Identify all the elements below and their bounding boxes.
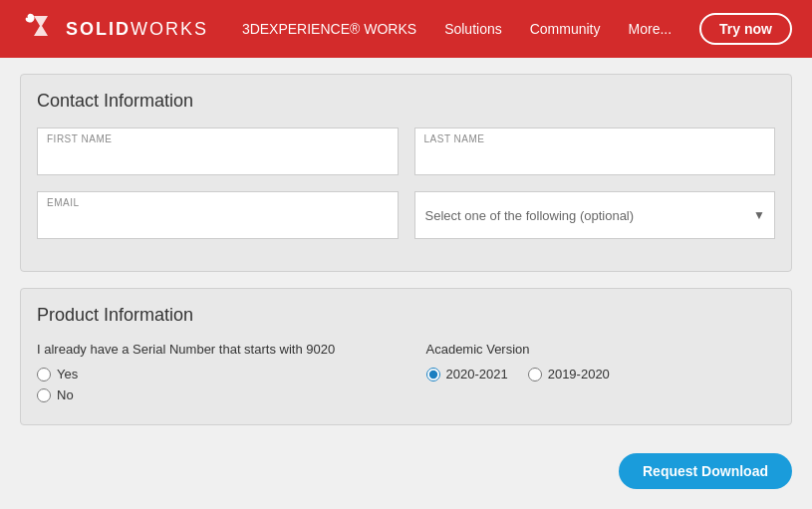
email-field: EMAIL: [37, 191, 399, 239]
yes-option[interactable]: Yes: [37, 367, 387, 382]
version2-label: 2019-2020: [548, 367, 610, 382]
try-now-button[interactable]: Try now: [699, 13, 792, 45]
last-name-field: LAST NAME: [414, 127, 776, 175]
academic-label: Academic Version: [426, 342, 776, 357]
yes-radio[interactable]: [37, 368, 51, 382]
academic-options: 2020-2021 2019-2020: [426, 367, 776, 382]
header: SOLIDWORKS 3DEXPERIENCE® WORKS Solutions…: [0, 0, 812, 58]
nav-3dexperience[interactable]: 3DEXPERIENCE® WORKS: [242, 21, 416, 37]
main-nav: 3DEXPERIENCE® WORKS Solutions Community …: [242, 13, 792, 45]
footer: Request Download: [0, 441, 812, 501]
product-info-section: Product Information I already have a Ser…: [20, 288, 792, 425]
version1-label: 2020-2021: [446, 367, 508, 382]
email-input[interactable]: [37, 191, 399, 239]
academic-group: Academic Version 2020-2021 2019-2020: [426, 342, 776, 382]
logo-text: SOLIDWORKS: [66, 19, 208, 40]
logo-icon: [20, 8, 56, 51]
nav-solutions[interactable]: Solutions: [444, 21, 502, 37]
product-content: I already have a Serial Number that star…: [37, 342, 775, 408]
logo-area: SOLIDWORKS: [20, 8, 208, 51]
first-name-field: FIRST NAME: [37, 127, 399, 175]
version2-radio[interactable]: [528, 368, 542, 382]
email-row: EMAIL Select one of the following (optio…: [37, 191, 775, 239]
serial-group: I already have a Serial Number that star…: [37, 342, 387, 408]
serial-question: I already have a Serial Number that star…: [37, 342, 387, 357]
contact-section-title: Contact Information: [37, 91, 775, 112]
name-row: FIRST NAME LAST NAME: [37, 127, 775, 175]
no-radio[interactable]: [37, 388, 51, 402]
optional-select-field: Select one of the following (optional) O…: [414, 191, 776, 239]
request-download-button[interactable]: Request Download: [619, 453, 792, 489]
nav-community[interactable]: Community: [530, 21, 601, 37]
contact-info-section: Contact Information FIRST NAME LAST NAME…: [20, 74, 792, 272]
no-label: No: [57, 387, 74, 402]
last-name-input[interactable]: [414, 127, 776, 175]
nav-more[interactable]: More...: [629, 21, 673, 37]
main-content: Contact Information FIRST NAME LAST NAME…: [0, 58, 812, 441]
version2-option[interactable]: 2019-2020: [528, 367, 610, 382]
first-name-input[interactable]: [37, 127, 399, 175]
version1-radio[interactable]: [426, 368, 440, 382]
yes-label: Yes: [57, 367, 78, 382]
optional-select[interactable]: Select one of the following (optional) O…: [414, 191, 776, 239]
product-section-title: Product Information: [37, 305, 775, 326]
no-option[interactable]: No: [37, 387, 387, 402]
version1-option[interactable]: 2020-2021: [426, 367, 508, 382]
